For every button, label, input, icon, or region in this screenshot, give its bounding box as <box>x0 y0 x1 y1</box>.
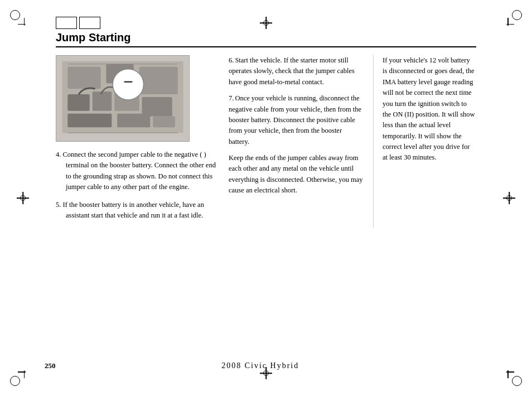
tab-2[interactable] <box>79 17 100 29</box>
svg-rect-10 <box>117 114 150 128</box>
keep-ends-note: Keep the ends of the jumper cables away … <box>229 153 364 196</box>
right-column: If your vehicle's 12 volt battery is dis… <box>374 55 476 228</box>
svg-rect-2 <box>67 67 100 89</box>
footer: 250 2008 Civic Hybrid <box>0 361 532 370</box>
step-6-text: 6.Start the vehicle. If the starter moto… <box>229 55 364 88</box>
svg-rect-5 <box>67 94 89 111</box>
svg-rect-6 <box>93 91 112 111</box>
page: Jump Starting <box>0 0 532 396</box>
svg-rect-11 <box>153 117 175 128</box>
step-6-label: 6. <box>229 56 234 64</box>
svg-rect-8 <box>142 97 172 117</box>
corner-mark-tr <box>506 10 522 26</box>
step-5-text: 5. If the booster battery is in another … <box>56 200 220 221</box>
step-7-label: 7. <box>229 94 234 102</box>
content-area: − 4. Connect the second jumper cable to … <box>56 55 476 228</box>
engine-illustration: − <box>56 56 189 141</box>
corner-mark-bl <box>10 370 26 386</box>
title-section: Jump Starting <box>56 31 476 47</box>
corner-mark-tl <box>10 10 26 26</box>
step-7-text: 7.Once your vehicle is running, disconne… <box>229 93 364 147</box>
battery-note: If your vehicle's 12 volt battery is dis… <box>383 55 476 163</box>
header-tabs <box>56 17 504 29</box>
crosshair-left <box>17 192 29 204</box>
crosshair-top <box>260 17 272 29</box>
crosshair-right <box>503 192 515 204</box>
footer-title: 2008 Civic Hybrid <box>221 361 299 370</box>
left-column: − 4. Connect the second jumper cable to … <box>56 55 229 228</box>
page-title: Jump Starting <box>56 31 130 44</box>
step-4-text: 4. Connect the second jumper cable to th… <box>56 149 220 193</box>
svg-rect-4 <box>139 67 178 94</box>
svg-rect-9 <box>67 114 112 128</box>
step-7-content: Once your vehicle is running, disconnect… <box>229 94 361 146</box>
middle-column: 6.Start the vehicle. If the starter moto… <box>229 55 374 228</box>
svg-text:−: − <box>123 72 133 91</box>
tab-1[interactable] <box>56 17 77 29</box>
page-number: 250 <box>45 361 56 370</box>
step-6-content: Start the vehicle. If the starter motor … <box>229 56 355 86</box>
engine-image: − <box>56 55 190 142</box>
corner-mark-br <box>506 370 522 386</box>
